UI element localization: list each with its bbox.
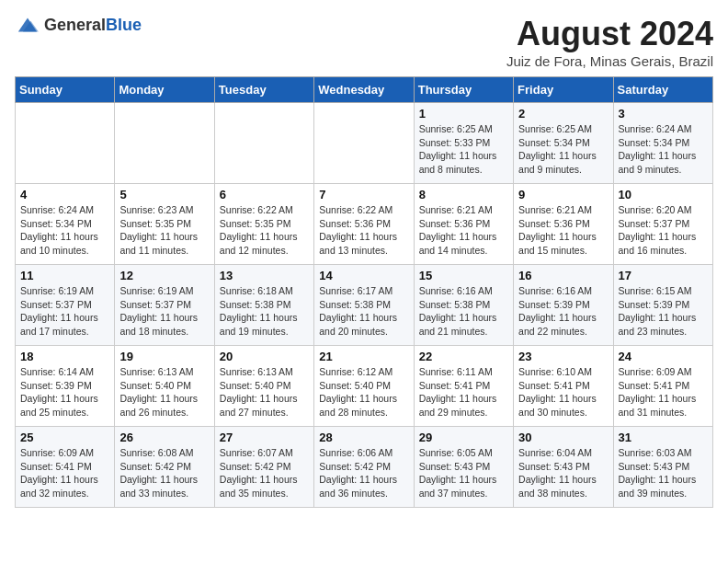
weekday-header-cell: Monday xyxy=(115,77,214,103)
day-number: 11 xyxy=(20,269,109,282)
calendar-cell: 23Sunrise: 6:10 AM Sunset: 5:41 PM Dayli… xyxy=(514,346,613,427)
day-number: 27 xyxy=(220,431,309,444)
day-number: 4 xyxy=(20,188,109,201)
day-number: 3 xyxy=(619,107,708,121)
month-year: August 2024 xyxy=(506,15,713,53)
day-number: 20 xyxy=(220,350,309,363)
day-info: Sunrise: 6:13 AM Sunset: 5:40 PM Dayligh… xyxy=(220,365,309,419)
calendar-cell xyxy=(314,103,414,184)
day-info: Sunrise: 6:09 AM Sunset: 5:41 PM Dayligh… xyxy=(20,446,109,500)
calendar-table: SundayMondayTuesdayWednesdayThursdayFrid… xyxy=(15,76,713,508)
calendar-cell: 11Sunrise: 6:19 AM Sunset: 5:37 PM Dayli… xyxy=(16,265,115,346)
day-number: 19 xyxy=(119,350,209,363)
calendar-cell: 5Sunrise: 6:23 AM Sunset: 5:35 PM Daylig… xyxy=(115,184,214,265)
day-number: 30 xyxy=(518,431,608,444)
day-number: 18 xyxy=(20,350,109,363)
day-number: 23 xyxy=(518,350,608,363)
calendar-cell: 18Sunrise: 6:14 AM Sunset: 5:39 PM Dayli… xyxy=(16,346,115,427)
calendar-cell: 1Sunrise: 6:25 AM Sunset: 5:33 PM Daylig… xyxy=(414,103,513,184)
day-info: Sunrise: 6:11 AM Sunset: 5:41 PM Dayligh… xyxy=(419,365,508,419)
day-info: Sunrise: 6:15 AM Sunset: 5:39 PM Dayligh… xyxy=(619,284,708,339)
day-info: Sunrise: 6:17 AM Sunset: 5:38 PM Dayligh… xyxy=(319,284,408,339)
weekday-header-cell: Thursday xyxy=(414,77,513,103)
day-info: Sunrise: 6:25 AM Sunset: 5:34 PM Dayligh… xyxy=(518,122,608,177)
day-info: Sunrise: 6:12 AM Sunset: 5:40 PM Dayligh… xyxy=(319,365,408,419)
day-number: 8 xyxy=(419,188,508,201)
day-info: Sunrise: 6:21 AM Sunset: 5:36 PM Dayligh… xyxy=(518,203,608,258)
calendar-week-row: 1Sunrise: 6:25 AM Sunset: 5:33 PM Daylig… xyxy=(16,103,713,184)
calendar-cell: 29Sunrise: 6:05 AM Sunset: 5:43 PM Dayli… xyxy=(414,427,513,508)
day-info: Sunrise: 6:22 AM Sunset: 5:35 PM Dayligh… xyxy=(220,203,309,258)
calendar-cell: 31Sunrise: 6:03 AM Sunset: 5:43 PM Dayli… xyxy=(613,427,712,508)
day-number: 1 xyxy=(419,107,508,121)
day-number: 13 xyxy=(220,269,309,282)
calendar-week-row: 11Sunrise: 6:19 AM Sunset: 5:37 PM Dayli… xyxy=(16,265,713,346)
day-number: 2 xyxy=(518,107,608,121)
weekday-header-cell: Friday xyxy=(514,77,613,103)
calendar-cell: 28Sunrise: 6:06 AM Sunset: 5:42 PM Dayli… xyxy=(314,427,414,508)
day-info: Sunrise: 6:21 AM Sunset: 5:36 PM Dayligh… xyxy=(419,203,508,258)
calendar-cell xyxy=(115,103,214,184)
calendar-cell: 25Sunrise: 6:09 AM Sunset: 5:41 PM Dayli… xyxy=(16,427,115,508)
day-number: 25 xyxy=(20,431,109,444)
weekday-header-cell: Saturday xyxy=(613,77,712,103)
header: GeneralBlue August 2024 Juiz de Fora, Mi… xyxy=(15,15,713,69)
day-info: Sunrise: 6:22 AM Sunset: 5:36 PM Dayligh… xyxy=(319,203,408,258)
calendar-cell: 14Sunrise: 6:17 AM Sunset: 5:38 PM Dayli… xyxy=(314,265,414,346)
calendar-cell xyxy=(214,103,313,184)
day-info: Sunrise: 6:20 AM Sunset: 5:37 PM Dayligh… xyxy=(619,203,708,258)
calendar-cell: 22Sunrise: 6:11 AM Sunset: 5:41 PM Dayli… xyxy=(414,346,513,427)
calendar-week-row: 25Sunrise: 6:09 AM Sunset: 5:41 PM Dayli… xyxy=(16,427,713,508)
day-info: Sunrise: 6:24 AM Sunset: 5:34 PM Dayligh… xyxy=(20,203,109,258)
day-info: Sunrise: 6:10 AM Sunset: 5:41 PM Dayligh… xyxy=(518,365,608,419)
calendar-cell: 21Sunrise: 6:12 AM Sunset: 5:40 PM Dayli… xyxy=(314,346,414,427)
day-number: 6 xyxy=(220,188,309,201)
weekday-header-cell: Tuesday xyxy=(214,77,313,103)
day-info: Sunrise: 6:23 AM Sunset: 5:35 PM Dayligh… xyxy=(119,203,209,258)
day-info: Sunrise: 6:14 AM Sunset: 5:39 PM Dayligh… xyxy=(20,365,109,419)
day-number: 5 xyxy=(119,188,209,201)
calendar-cell: 4Sunrise: 6:24 AM Sunset: 5:34 PM Daylig… xyxy=(16,184,115,265)
logo-blue: Blue xyxy=(106,16,142,34)
calendar-cell: 17Sunrise: 6:15 AM Sunset: 5:39 PM Dayli… xyxy=(613,265,712,346)
day-number: 14 xyxy=(319,269,408,282)
day-info: Sunrise: 6:25 AM Sunset: 5:33 PM Dayligh… xyxy=(419,122,508,177)
day-info: Sunrise: 6:19 AM Sunset: 5:37 PM Dayligh… xyxy=(119,284,209,339)
calendar-cell: 26Sunrise: 6:08 AM Sunset: 5:42 PM Dayli… xyxy=(115,427,214,508)
day-number: 15 xyxy=(419,269,508,282)
day-info: Sunrise: 6:19 AM Sunset: 5:37 PM Dayligh… xyxy=(20,284,109,339)
day-number: 24 xyxy=(619,350,708,363)
day-info: Sunrise: 6:03 AM Sunset: 5:43 PM Dayligh… xyxy=(619,446,708,500)
calendar-cell: 6Sunrise: 6:22 AM Sunset: 5:35 PM Daylig… xyxy=(214,184,313,265)
calendar-cell: 7Sunrise: 6:22 AM Sunset: 5:36 PM Daylig… xyxy=(314,184,414,265)
calendar-cell: 24Sunrise: 6:09 AM Sunset: 5:41 PM Dayli… xyxy=(613,346,712,427)
title-area: August 2024 Juiz de Fora, Minas Gerais, … xyxy=(506,15,713,69)
day-number: 22 xyxy=(419,350,508,363)
weekday-header-cell: Sunday xyxy=(16,77,115,103)
calendar-cell: 15Sunrise: 6:16 AM Sunset: 5:38 PM Dayli… xyxy=(414,265,513,346)
calendar-cell: 10Sunrise: 6:20 AM Sunset: 5:37 PM Dayli… xyxy=(613,184,712,265)
day-info: Sunrise: 6:13 AM Sunset: 5:40 PM Dayligh… xyxy=(119,365,209,419)
logo-icon xyxy=(15,15,40,35)
day-number: 21 xyxy=(319,350,408,363)
calendar-week-row: 18Sunrise: 6:14 AM Sunset: 5:39 PM Dayli… xyxy=(16,346,713,427)
day-number: 26 xyxy=(119,431,209,444)
day-info: Sunrise: 6:07 AM Sunset: 5:42 PM Dayligh… xyxy=(220,446,309,500)
calendar-cell xyxy=(16,103,115,184)
logo: GeneralBlue xyxy=(15,15,142,35)
calendar-cell: 27Sunrise: 6:07 AM Sunset: 5:42 PM Dayli… xyxy=(214,427,313,508)
day-number: 17 xyxy=(619,269,708,282)
day-info: Sunrise: 6:06 AM Sunset: 5:42 PM Dayligh… xyxy=(319,446,408,500)
day-number: 12 xyxy=(119,269,209,282)
day-info: Sunrise: 6:18 AM Sunset: 5:38 PM Dayligh… xyxy=(220,284,309,339)
calendar-body: 1Sunrise: 6:25 AM Sunset: 5:33 PM Daylig… xyxy=(16,103,713,508)
calendar-cell: 30Sunrise: 6:04 AM Sunset: 5:43 PM Dayli… xyxy=(514,427,613,508)
calendar-cell: 2Sunrise: 6:25 AM Sunset: 5:34 PM Daylig… xyxy=(514,103,613,184)
day-number: 7 xyxy=(319,188,408,201)
weekday-header-cell: Wednesday xyxy=(314,77,414,103)
day-number: 16 xyxy=(518,269,608,282)
day-info: Sunrise: 6:05 AM Sunset: 5:43 PM Dayligh… xyxy=(419,446,508,500)
calendar-week-row: 4Sunrise: 6:24 AM Sunset: 5:34 PM Daylig… xyxy=(16,184,713,265)
day-info: Sunrise: 6:16 AM Sunset: 5:38 PM Dayligh… xyxy=(419,284,508,339)
day-info: Sunrise: 6:08 AM Sunset: 5:42 PM Dayligh… xyxy=(119,446,209,500)
